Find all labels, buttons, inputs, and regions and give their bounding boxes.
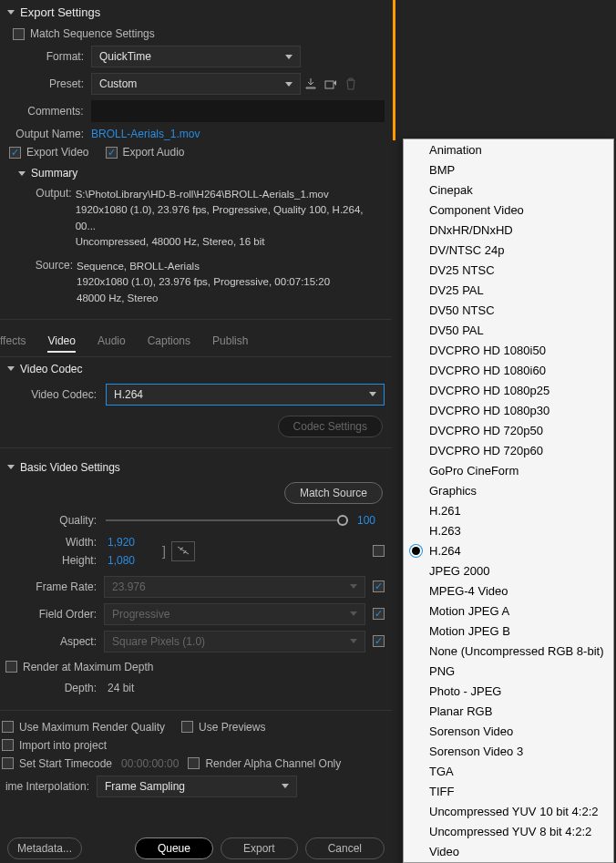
timecode-value[interactable]: 00:00:00:00 <box>121 757 179 770</box>
framerate-match-checkbox[interactable] <box>373 580 385 592</box>
export-video-checkbox[interactable] <box>9 147 21 159</box>
quality-slider[interactable] <box>106 519 348 521</box>
codec-menu-item[interactable]: Sorenson Video 3 <box>404 741 613 761</box>
tab-effects[interactable]: ffects <box>0 334 26 353</box>
codec-menu-item[interactable]: Motion JPEG A <box>404 601 613 621</box>
codec-menu-item[interactable]: H.261 <box>404 500 613 520</box>
render-alpha-checkbox[interactable] <box>188 757 200 769</box>
summary-header[interactable]: Summary <box>0 161 392 185</box>
codec-menu-item[interactable]: MPEG-4 Video <box>404 580 613 601</box>
codec-menu-item[interactable]: PNG <box>404 661 613 681</box>
use-max-quality-checkbox[interactable] <box>2 721 14 733</box>
import-preset-icon[interactable] <box>321 74 341 94</box>
import-project-checkbox[interactable] <box>2 739 14 751</box>
fieldorder-dropdown[interactable]: Progressive <box>104 603 365 625</box>
chevron-down-icon <box>285 82 293 87</box>
codec-menu-item[interactable]: Uncompressed YUV 8 bit 4:2:2 <box>404 821 613 841</box>
codec-menu-item[interactable]: DV/NTSC 24p <box>404 240 613 260</box>
codec-menu-item[interactable]: GoPro CineForm <box>404 460 613 480</box>
codec-dropdown-menu[interactable]: AnimationBMPCinepakComponent VideoDNxHR/… <box>403 139 614 863</box>
dimensions-match-checkbox[interactable] <box>373 545 385 557</box>
codec-menu-item[interactable]: H.264 <box>404 540 613 560</box>
codec-menu-label: H.261 <box>429 504 461 518</box>
codec-menu-item[interactable]: H.263 <box>404 520 613 540</box>
export-settings-header[interactable]: Export Settings <box>0 0 392 25</box>
output-name-link[interactable]: BROLL-Aerials_1.mov <box>91 128 200 140</box>
codec-menu-item[interactable]: Planar RGB <box>404 701 613 721</box>
codec-menu-item[interactable]: None (Uncompressed RGB 8-bit) <box>404 641 613 661</box>
tab-publish[interactable]: Publish <box>212 334 248 353</box>
codec-menu-item[interactable]: DVCPRO HD 1080p25 <box>404 380 613 400</box>
codec-menu-item[interactable]: Component Video <box>404 200 613 220</box>
match-source-button[interactable]: Match Source <box>284 482 383 504</box>
codec-menu-label: DV25 NTSC <box>429 263 495 277</box>
summary-line: Uncompressed, 48000 Hz, Stereo, 16 bit <box>76 234 379 250</box>
codec-menu-item[interactable]: BMP <box>404 159 613 180</box>
codec-menu-item[interactable]: Video <box>404 841 613 861</box>
tab-video[interactable]: Video <box>47 334 75 353</box>
codec-menu-item[interactable]: Photo - JPEG <box>404 681 613 701</box>
delete-preset-icon[interactable] <box>341 74 361 94</box>
save-preset-icon[interactable] <box>301 74 321 94</box>
framerate-label: Frame Rate: <box>7 580 97 593</box>
codec-menu-label: BMP <box>429 163 455 177</box>
width-value[interactable]: 1,920 <box>108 536 135 549</box>
codec-menu-item[interactable]: DVCPRO HD 1080p30 <box>404 400 613 420</box>
aspect-dropdown[interactable]: Square Pixels (1.0) <box>104 631 365 652</box>
quality-value[interactable]: 100 <box>357 514 385 527</box>
tab-audio[interactable]: Audio <box>98 334 126 353</box>
basic-video-title: Basic Video Settings <box>20 461 120 474</box>
tab-captions[interactable]: Captions <box>148 334 190 353</box>
slider-thumb[interactable] <box>337 515 348 526</box>
width-label: Width: <box>7 536 97 549</box>
codec-menu-label: DV/NTSC 24p <box>429 243 504 257</box>
codec-menu-item[interactable]: JPEG 2000 <box>404 560 613 580</box>
codec-menu-item[interactable]: Sorenson Video <box>404 721 613 741</box>
codec-menu-item[interactable]: DV50 PAL <box>404 320 613 340</box>
framerate-dropdown[interactable]: 23.976 <box>104 576 365 598</box>
video-codec-dropdown[interactable]: H.264 <box>106 384 385 406</box>
codec-menu-item[interactable]: DV50 NTSC <box>404 300 613 320</box>
export-button[interactable]: Export <box>221 837 298 859</box>
codec-menu-item[interactable]: Cinepak <box>404 180 613 200</box>
codec-menu-item[interactable]: DVCPRO HD 1080i60 <box>404 360 613 380</box>
height-value[interactable]: 1,080 <box>108 554 135 567</box>
aspect-value: Square Pixels (1.0) <box>112 635 205 648</box>
export-audio-checkbox[interactable] <box>106 147 118 159</box>
chevron-down-icon <box>7 366 15 371</box>
codec-menu-item[interactable]: TGA <box>404 761 613 781</box>
codec-menu-item[interactable]: DVCPRO HD 720p60 <box>404 440 613 460</box>
match-sequence-checkbox[interactable] <box>13 28 25 40</box>
codec-menu-item[interactable]: Graphics <box>404 480 613 500</box>
codec-menu-label: JPEG 2000 <box>429 564 490 578</box>
codec-menu-item[interactable]: DNxHR/DNxHD <box>404 220 613 240</box>
cancel-button[interactable]: Cancel <box>305 837 385 859</box>
format-dropdown[interactable]: QuickTime <box>91 46 301 67</box>
panel-title: Export Settings <box>20 5 100 19</box>
link-dimensions-icon[interactable] <box>171 541 195 561</box>
codec-menu-item[interactable]: DV25 PAL <box>404 280 613 300</box>
time-interp-dropdown[interactable]: Frame Sampling <box>97 776 297 797</box>
aspect-match-checkbox[interactable] <box>373 635 385 647</box>
queue-button[interactable]: Queue <box>135 837 213 859</box>
fieldorder-match-checkbox[interactable] <box>373 608 385 620</box>
render-max-depth-checkbox[interactable] <box>5 661 17 673</box>
comments-label: Comments: <box>7 105 84 118</box>
codec-menu-item[interactable]: Animation <box>404 139 613 159</box>
codec-menu-item[interactable]: Motion JPEG B <box>404 621 613 641</box>
codec-menu-item[interactable]: DVCPRO HD 720p50 <box>404 420 613 440</box>
use-previews-checkbox[interactable] <box>181 721 193 733</box>
framerate-value: 23.976 <box>112 580 146 593</box>
metadata-button[interactable]: Metadata... <box>7 837 82 859</box>
comments-input[interactable] <box>91 100 385 122</box>
video-codec-header[interactable]: Video Codec <box>0 357 392 381</box>
codec-menu-item[interactable]: Uncompressed YUV 10 bit 4:2:2 <box>404 801 613 821</box>
codec-menu-label: Planar RGB <box>429 704 492 718</box>
codec-menu-item[interactable]: DV25 NTSC <box>404 260 613 280</box>
basic-video-header[interactable]: Basic Video Settings <box>0 456 392 479</box>
codec-menu-item[interactable]: TIFF <box>404 781 613 801</box>
codec-menu-item[interactable]: DVCPRO HD 1080i50 <box>404 340 613 360</box>
set-start-tc-checkbox[interactable] <box>2 757 14 769</box>
codec-settings-button[interactable]: Codec Settings <box>278 416 383 437</box>
preset-dropdown[interactable]: Custom <box>91 73 301 95</box>
